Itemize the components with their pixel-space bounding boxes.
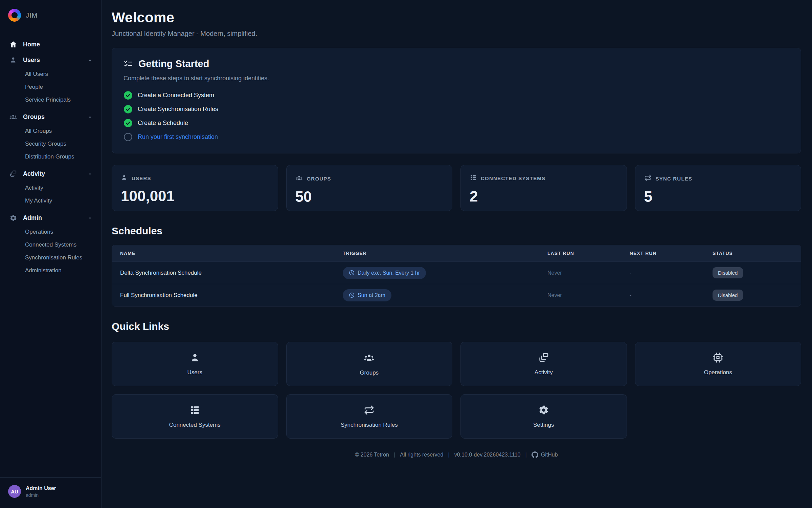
sidebar-item-synchronisation-rules[interactable]: Synchronisation Rules [4,251,97,264]
step-create-schedule: Create a Schedule [123,119,789,128]
cpu-icon [713,352,723,363]
quick-link-activity[interactable]: Activity [460,342,627,386]
stats-row: USERS 100,001 GROUPS 50 CONNECTED SYSTEM… [112,165,801,211]
trigger-badge: Daily exc. Sun, Every 1 hr [343,267,426,279]
next-run-value: - [630,270,713,276]
trigger-badge: Sun at 2am [343,289,391,301]
activity-layers-icon [9,169,18,178]
avatar: AU [8,485,21,498]
sidebar-item-distribution-groups[interactable]: Distribution Groups [4,150,97,163]
clock-icon [349,270,355,276]
sidebar-section-groups[interactable]: Groups [4,109,97,125]
sidebar-user[interactable]: AU Admin User admin [0,478,101,500]
footer-version: v0.10.0-dev.20260423.1110 [454,452,521,458]
run-first-sync-link[interactable]: Run your first synchronisation [138,133,218,141]
sidebar-item-my-activity[interactable]: My Activity [4,194,97,207]
user-role: admin [26,492,56,498]
list-checks-icon [123,59,133,69]
user-icon [189,352,200,363]
quick-link-groups[interactable]: Groups [286,342,453,386]
gear-icon [9,213,18,222]
getting-started-card: Getting Started Complete these steps to … [112,48,801,153]
col-next-run: NEXT RUN [630,251,713,256]
sidebar-item-people[interactable]: People [4,81,97,93]
getting-started-subtitle: Complete these steps to start synchronis… [123,75,789,82]
sidebar-item-activity[interactable]: Activity [4,182,97,194]
sidebar-item-connected-systems[interactable]: Connected Systems [4,238,97,251]
table-row-delta-schedule[interactable]: Delta Synchronisation Schedule Daily exc… [112,261,801,284]
stat-card-sync-rules: SYNC RULES 5 [635,165,802,211]
user-icon [121,174,128,182]
sidebar-section-users[interactable]: Users [4,52,97,68]
server-icon [189,405,200,416]
github-label: GitHub [541,452,558,458]
schedules-table: NAME TRIGGER LAST RUN NEXT RUN STATUS De… [112,245,801,306]
chevron-up-icon [88,171,92,176]
chevron-up-icon [88,215,92,220]
quick-link-synchronisation-rules[interactable]: Synchronisation Rules [286,394,453,439]
github-link[interactable]: GitHub [532,451,558,458]
sidebar-nav: Home Users All Users People Service Prin… [0,30,101,472]
table-row-full-schedule[interactable]: Full Synchronisation Schedule Sun at 2am… [112,284,801,306]
schedules-table-header: NAME TRIGGER LAST RUN NEXT RUN STATUS [112,245,801,261]
col-last-run: LAST RUN [547,251,630,256]
step-run-first-sync: Run your first synchronisation [123,132,789,142]
home-icon [9,40,18,49]
quick-link-operations[interactable]: Operations [635,342,802,386]
sidebar: JIM Home Users All Users People Service … [0,0,102,508]
activity-layers-icon [538,352,549,363]
col-name: NAME [120,251,343,256]
clock-icon [349,292,355,298]
quick-link-users[interactable]: Users [112,342,278,386]
stat-label: CONNECTED SYSTEMS [481,175,545,181]
sync-arrows-icon [364,405,375,416]
stat-value: 5 [644,188,792,205]
empty-circle-icon [123,132,133,142]
sidebar-item-administration[interactable]: Administration [4,264,97,277]
sidebar-section-admin[interactable]: Admin [4,210,97,226]
sidebar-subnav-activity: Activity My Activity [4,182,97,210]
col-trigger: TRIGGER [343,251,547,256]
sidebar-item-operations[interactable]: Operations [4,226,97,238]
footer-separator: | [448,451,449,458]
stat-value: 50 [295,188,444,205]
chevron-up-icon [88,114,92,119]
check-circle-icon [123,91,133,100]
quick-link-settings[interactable]: Settings [460,394,627,439]
users-group-icon [363,352,375,363]
quick-links-grid: Users Groups Activity Operations Connect… [112,342,801,439]
sidebar-subnav-users: All Users People Service Principals [4,68,97,109]
main-content: Welcome Junctional Identity Manager - Mo… [102,0,812,508]
col-status: STATUS [713,251,793,256]
schedules-title: Schedules [112,225,801,237]
getting-started-title: Getting Started [138,58,209,69]
step-create-sync-rules: Create Synchronisation Rules [123,105,789,114]
server-icon [470,174,477,183]
stat-card-groups: GROUPS 50 [286,165,453,211]
stat-label: USERS [132,175,151,181]
stat-value: 100,001 [121,188,269,205]
sidebar-item-service-principals[interactable]: Service Principals [4,93,97,106]
footer-copyright: © 2026 Tetron [355,452,389,458]
check-circle-icon [123,119,133,128]
stat-label: SYNC RULES [656,176,693,182]
sidebar-section-label: Groups [23,113,82,121]
sidebar-section-activity[interactable]: Activity [4,166,97,182]
quick-link-connected-systems[interactable]: Connected Systems [112,394,278,439]
user-name: Admin User [26,485,56,491]
sync-arrows-icon [644,174,652,183]
getting-started-steps: Create a Connected System Create Synchro… [123,91,789,142]
sidebar-item-home[interactable]: Home [4,37,97,52]
brand: JIM [0,7,101,30]
page-subtitle: Junctional Identity Manager - Modern, si… [112,30,801,38]
last-run-value: Never [547,292,630,298]
sidebar-item-security-groups[interactable]: Security Groups [4,137,97,150]
stat-card-users: USERS 100,001 [112,165,278,211]
brand-name: JIM [26,12,38,19]
last-run-value: Never [547,270,630,276]
check-circle-icon [123,105,133,114]
status-badge: Disabled [713,290,743,301]
sidebar-item-all-groups[interactable]: All Groups [4,125,97,137]
page-title: Welcome [112,9,801,26]
sidebar-item-all-users[interactable]: All Users [4,68,97,81]
